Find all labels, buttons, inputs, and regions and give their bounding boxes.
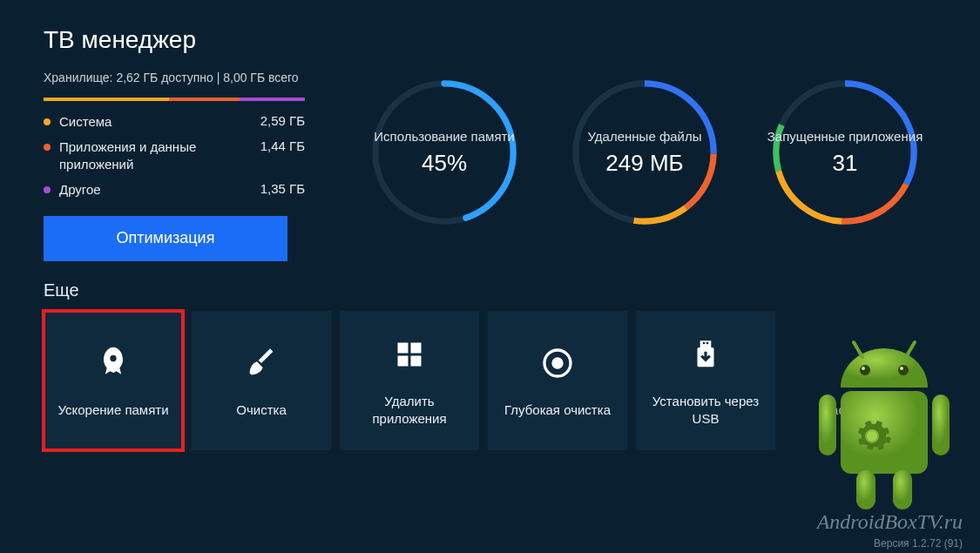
tile-label: Установить через USB bbox=[645, 393, 767, 427]
apps-icon bbox=[389, 334, 430, 375]
tile-deep-clean[interactable]: Глубокая очистка bbox=[488, 311, 627, 450]
svg-rect-12 bbox=[411, 343, 422, 354]
storage-bar bbox=[44, 98, 305, 101]
tile-uninstall[interactable]: Удалить приложения bbox=[340, 311, 479, 450]
tile-usb-install[interactable]: Установить через USB bbox=[636, 311, 775, 450]
svg-rect-19 bbox=[703, 342, 705, 344]
gear-icon bbox=[833, 342, 875, 384]
legend-row-apps: Приложения и данные приложений 1,44 ГБ bbox=[44, 138, 305, 172]
gauge-deleted-value: 249 МБ bbox=[605, 150, 683, 177]
watermark: AndroidBoxTV.ru bbox=[817, 510, 963, 534]
gauge-memory-value: 45% bbox=[422, 150, 467, 177]
gauge-memory[interactable]: Использование памяти 45% bbox=[366, 74, 523, 261]
svg-point-17 bbox=[556, 361, 559, 365]
dot-icon bbox=[44, 186, 51, 193]
gauge-running-label: Запущенные приложения bbox=[767, 129, 923, 145]
page-title: ТВ менеджер bbox=[44, 26, 936, 54]
tile-label: Удалить приложения bbox=[348, 393, 470, 427]
svg-rect-11 bbox=[398, 343, 409, 354]
tile-clean[interactable]: Очистка bbox=[192, 311, 331, 450]
tile-label: Ускорение памяти bbox=[57, 401, 168, 419]
gauge-deleted-label: Удаленные файлы bbox=[587, 129, 701, 145]
svg-rect-32 bbox=[893, 470, 912, 509]
legend-row-other: Другое 1,35 ГБ bbox=[44, 181, 305, 199]
tile-label: Очистка bbox=[236, 401, 286, 419]
gauge-running-value: 31 bbox=[833, 150, 858, 177]
version-label: Версия 1.2.72 (91) bbox=[874, 537, 963, 550]
brush-icon bbox=[240, 342, 282, 384]
gauge-running[interactable]: Запущенные приложения 31 bbox=[767, 74, 923, 261]
usb-icon bbox=[685, 334, 727, 375]
gauge-memory-label: Использование памяти bbox=[374, 129, 515, 145]
svg-rect-13 bbox=[398, 356, 409, 367]
svg-rect-14 bbox=[411, 356, 422, 367]
disc-icon bbox=[537, 342, 578, 384]
dot-icon bbox=[44, 118, 51, 125]
tile-label: Глубокая очистка bbox=[504, 401, 611, 419]
legend-row-system: Система 2,59 ГБ bbox=[44, 113, 305, 131]
storage-panel: Хранилище: 2,62 ГБ доступно | 8,00 ГБ вс… bbox=[44, 70, 305, 261]
svg-rect-31 bbox=[856, 470, 875, 509]
more-heading: Еще bbox=[44, 280, 936, 300]
storage-summary: Хранилище: 2,62 ГБ доступно | 8,00 ГБ вс… bbox=[44, 70, 305, 87]
svg-rect-20 bbox=[706, 342, 708, 344]
gear-icon bbox=[851, 415, 893, 457]
tile-memory-boost[interactable]: Ускорение памяти bbox=[44, 311, 183, 450]
rocket-icon bbox=[92, 342, 134, 384]
gauge-deleted[interactable]: Удаленные файлы 249 МБ bbox=[566, 74, 723, 261]
svg-rect-18 bbox=[700, 341, 712, 347]
svg-point-33 bbox=[867, 431, 877, 442]
dot-icon bbox=[44, 144, 51, 151]
optimize-button[interactable]: Оптимизация bbox=[44, 216, 287, 261]
